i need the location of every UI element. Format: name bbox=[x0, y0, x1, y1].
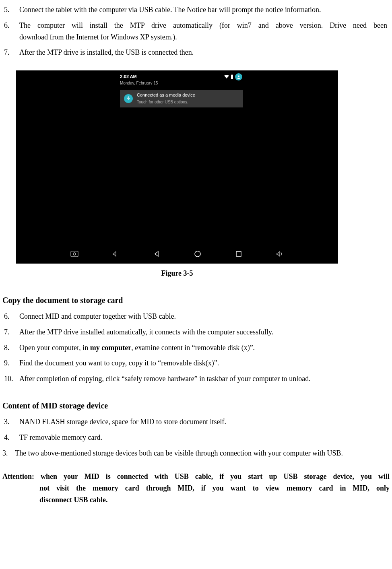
list-text: Open your computer, in my computer, exam… bbox=[19, 342, 390, 354]
attention-line: disconnect USB cable. bbox=[2, 494, 390, 506]
list-text: Connect the tablet with the computer via… bbox=[19, 4, 390, 16]
list-text: After the MTP drive is installed, the US… bbox=[19, 47, 390, 58]
list-number: 8. bbox=[2, 342, 19, 354]
status-bar: 2:02 AM bbox=[120, 73, 242, 81]
list-text: NAND FLASH storage device, space for MID… bbox=[19, 416, 390, 428]
user-avatar-icon bbox=[235, 73, 242, 80]
text-run: Open your computer, in bbox=[19, 344, 90, 352]
list-text: TF removable memory card. bbox=[19, 432, 390, 443]
notification-subtitle: Touch for other USB options. bbox=[137, 99, 239, 105]
list-text: After completion of copying, click “safe… bbox=[19, 373, 390, 385]
list-number: 9. bbox=[2, 357, 19, 369]
figure-caption: Figure 3-5 bbox=[16, 268, 338, 279]
home-nav-icon[interactable] bbox=[193, 249, 202, 258]
svg-rect-1 bbox=[232, 74, 233, 75]
list-item: 6. Connect MID and computer together wit… bbox=[0, 311, 392, 322]
usb-icon bbox=[124, 94, 133, 103]
section-title-content: Content of MID storage device bbox=[0, 399, 392, 412]
paragraph: 3. The two above-mentioned storage devic… bbox=[0, 447, 392, 459]
notification-card[interactable]: Connected as a media device Touch for ot… bbox=[120, 90, 243, 107]
list-number: 7. bbox=[2, 47, 19, 58]
list-item: 7. After the MTP drive is installed, the… bbox=[0, 47, 392, 58]
back-nav-icon[interactable] bbox=[152, 249, 161, 258]
list-number: 10. bbox=[2, 373, 19, 385]
list-number: 3. bbox=[2, 416, 19, 428]
list-number: 4. bbox=[2, 432, 19, 443]
notification-text: Connected as a media device Touch for ot… bbox=[137, 92, 239, 105]
list-item: 7. After the MTP drive installed automat… bbox=[0, 326, 392, 338]
bold-text: my computer bbox=[90, 344, 131, 352]
list-text-line: download from the Internet for Windows X… bbox=[19, 31, 387, 43]
navigation-bar bbox=[16, 244, 338, 264]
list-item: 3. NAND FLASH storage device, space for … bbox=[0, 416, 392, 428]
volume-up-nav-icon[interactable] bbox=[275, 249, 284, 258]
list-text: Connect MID and computer together with U… bbox=[19, 311, 390, 322]
recent-nav-icon[interactable] bbox=[234, 249, 243, 258]
attention-line: Attention: when your MID is connected wi… bbox=[2, 471, 390, 482]
list-text: Find the document you want to copy, copy… bbox=[19, 357, 390, 369]
attention-block: Attention: when your MID is connected wi… bbox=[0, 471, 392, 505]
list-item: 10. After completion of copying, click “… bbox=[0, 373, 392, 385]
list-text: The computer will install the MTP drive … bbox=[19, 20, 390, 43]
text-run: , examine content in “removable disk (x)… bbox=[131, 344, 255, 352]
notification-title: Connected as a media device bbox=[137, 92, 239, 99]
list-item: 6. The computer will install the MTP dri… bbox=[0, 20, 392, 43]
attention-line: not visit the memory card through MID, i… bbox=[2, 482, 390, 494]
list-number: 6. bbox=[2, 311, 19, 322]
list-item: 8. Open your computer, in my computer, e… bbox=[0, 342, 392, 354]
list-item: 9. Find the document you want to copy, c… bbox=[0, 357, 392, 369]
list-text: After the MTP drive installed automatica… bbox=[19, 326, 390, 338]
status-icons bbox=[224, 73, 242, 80]
list-number: 7. bbox=[2, 326, 19, 338]
svg-point-2 bbox=[238, 76, 239, 77]
section-title-copy: Copy the document to storage card bbox=[0, 294, 392, 307]
list-number: 5. bbox=[2, 4, 19, 16]
screenshot-nav-icon[interactable] bbox=[70, 249, 79, 258]
svg-rect-3 bbox=[71, 251, 78, 257]
svg-rect-6 bbox=[236, 252, 241, 256]
tablet-screenshot: 2:02 AM Monday, February 15 Connected as… bbox=[16, 70, 338, 264]
battery-icon bbox=[231, 74, 233, 79]
list-number: 6. bbox=[2, 20, 19, 43]
wifi-icon bbox=[224, 75, 229, 79]
volume-down-nav-icon[interactable] bbox=[111, 249, 120, 258]
list-text-line: The computer will install the MTP drive … bbox=[19, 20, 387, 31]
status-time: 2:02 AM bbox=[120, 73, 137, 80]
list-item: 5. Connect the tablet with the computer … bbox=[0, 4, 392, 16]
svg-point-5 bbox=[195, 251, 200, 257]
list-item: 4. TF removable memory card. bbox=[0, 432, 392, 443]
figure-block: 2:02 AM Monday, February 15 Connected as… bbox=[16, 70, 392, 279]
svg-point-4 bbox=[73, 253, 76, 255]
status-date: Monday, February 15 bbox=[120, 80, 158, 87]
svg-rect-0 bbox=[231, 75, 233, 79]
